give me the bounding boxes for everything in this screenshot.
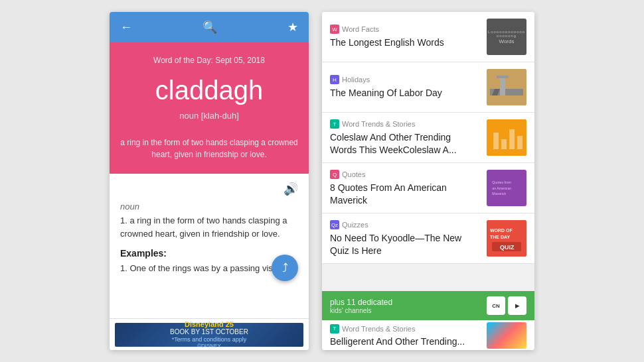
feed-ad-logo-play: ▶: [508, 296, 526, 315]
feed-title-2: The Meaning Of Labor Day: [330, 87, 480, 99]
svg-rect-2: [500, 76, 505, 95]
word-of-day-label: Word of the Day: Sept 05, 2018: [120, 56, 298, 65]
quotes-icon: Q: [330, 170, 339, 179]
feed-panel: W Word Facts The Longest English Words L…: [322, 12, 534, 350]
svg-rect-3: [497, 76, 509, 78]
feed-thumb-1: Looooooooooooooooong Words: [487, 19, 526, 55]
card-definition: a ring in the form of two hands clasping…: [120, 137, 298, 160]
phone-header: ← 🔍 ★: [110, 12, 309, 42]
feed-category-1: W Word Facts: [330, 25, 480, 34]
word-facts-icon: W: [330, 25, 339, 34]
svg-text:an American: an American: [492, 186, 511, 190]
feed-ad-line1: plus 11 dedicated: [330, 298, 392, 307]
part-of-speech: noun: [120, 202, 298, 211]
svg-rect-6: [493, 133, 499, 149]
feed-thumb-3: [487, 119, 526, 156]
feed-category-5: Qz Quizzes: [330, 220, 480, 229]
ad-line4: ©DISNEY: [170, 343, 248, 349]
feed-thumb-4: Quotes from an American Maverick: [487, 170, 526, 206]
feed-title-4: 8 Quotes From An American Maverick: [330, 182, 480, 206]
svg-rect-9: [517, 136, 523, 149]
feed-ad-text: plus 11 dedicated kids' channels: [330, 298, 392, 314]
thumb-colorful-img: [487, 322, 526, 349]
feed-ad[interactable]: plus 11 dedicated kids' channels CN ▶: [322, 291, 534, 320]
feed-item-1[interactable]: W Word Facts The Longest English Words L…: [322, 12, 534, 62]
svg-rect-7: [501, 139, 507, 149]
svg-text:WORD OF: WORD OF: [490, 228, 513, 233]
main-word: claddagh: [120, 76, 298, 105]
category-label-4: Quotes: [342, 170, 365, 178]
def-number: 1.: [120, 215, 127, 225]
svg-text:Quotes from: Quotes from: [492, 180, 511, 184]
definition-text: 1. a ring in the form of two hands clasp…: [120, 214, 298, 240]
svg-rect-8: [509, 129, 515, 149]
feed-title-6: Belligerent And Other Trending...: [330, 336, 480, 347]
thumb-quiz-img: WORD OF THE DAY QUIZ: [487, 220, 526, 257]
thumb-quotes-img: Quotes from an American Maverick: [487, 170, 526, 206]
category-label-1: Word Facts: [342, 25, 379, 33]
feed-item-3[interactable]: T Word Trends & Stories Coleslaw And Oth…: [322, 113, 534, 163]
search-icon[interactable]: 🔍: [202, 20, 217, 34]
speaker-icon[interactable]: 🔊: [120, 182, 298, 196]
category-label-2: Holidays: [342, 76, 370, 84]
feed-thumb-2: [487, 69, 526, 105]
feed-category-3: T Word Trends & Stories: [330, 119, 480, 129]
thumb-construction-img: [487, 69, 526, 105]
svg-rect-0: [487, 69, 526, 105]
back-icon[interactable]: ←: [120, 21, 132, 34]
trends-icon-2: T: [330, 324, 339, 333]
feed-item-2-text: H Holidays The Meaning Of Labor Day: [330, 75, 480, 99]
feed-item-2[interactable]: H Holidays The Meaning Of Labor Day: [322, 62, 534, 113]
def-full: a ring in the form of two hands clasping…: [120, 215, 287, 239]
trends-icon: T: [330, 119, 339, 129]
feed-title-5: No Need To Kyoodle—The New Quiz Is Here: [330, 232, 480, 256]
svg-text:Maverick: Maverick: [492, 192, 506, 196]
feed-title-1: The Longest English Words: [330, 36, 480, 48]
feed-ad-line2: kids' channels: [330, 307, 392, 314]
holidays-icon: H: [330, 75, 339, 84]
feed-ad-logos: CN ▶: [487, 296, 526, 315]
feed-category-4: Q Quotes: [330, 170, 480, 179]
thumb-words-img: Looooooooooooooooong Words: [487, 19, 526, 55]
feed-ad-logo-cn: CN: [487, 296, 505, 315]
feed-item-1-text: W Word Facts The Longest English Words: [330, 25, 480, 48]
ad-line3: *Terms and conditions apply: [170, 335, 248, 343]
svg-text:THE DAY: THE DAY: [490, 235, 510, 239]
feed-item-6-partial[interactable]: T Word Trends & Stories Belligerent And …: [322, 320, 534, 350]
quizzes-icon: Qz: [330, 220, 339, 229]
share-button[interactable]: ⤴: [272, 255, 298, 281]
feed-category-6: T Word Trends & Stories: [330, 324, 480, 333]
category-label-6: Word Trends & Stories: [342, 325, 415, 333]
thumb-orange-img: [487, 119, 526, 156]
word-body: 🔊 noun 1. a ring in the form of two hand…: [110, 174, 309, 318]
word-card: Word of the Day: Sept 05, 2018 claddagh …: [110, 42, 309, 174]
feed-item-6-text: T Word Trends & Stories Belligerent And …: [330, 324, 480, 347]
feed-title-3: Coleslaw And Other Trending Words This W…: [330, 131, 480, 155]
pronunciation: noun [klah-duh]: [120, 111, 298, 121]
feed-item-5-text: Qz Quizzes No Need To Kyoodle—The New Qu…: [330, 220, 480, 256]
category-label-3: Word Trends & Stories: [342, 120, 415, 128]
ad-banner[interactable]: Disneyland 25 BOOK BY 1ST OCTOBER *Terms…: [110, 318, 309, 350]
category-label-5: Quizzes: [342, 221, 368, 229]
feed-item-4-text: Q Quotes 8 Quotes From An American Maver…: [330, 170, 480, 206]
examples-label: Examples:: [120, 248, 298, 259]
feed-item-5[interactable]: Qz Quizzes No Need To Kyoodle—The New Qu…: [322, 213, 534, 264]
ad-line1: Disneyland 25: [170, 320, 248, 328]
feed-item-4[interactable]: Q Quotes 8 Quotes From An American Maver…: [322, 163, 534, 213]
feed-category-2: H Holidays: [330, 75, 480, 84]
ad-line2: BOOK BY 1ST OCTOBER: [170, 328, 248, 335]
feed-thumb-6: [487, 322, 526, 349]
phone-panel: ← 🔍 ★ Word of the Day: Sept 05, 2018 cla…: [110, 12, 309, 350]
svg-text:QUIZ: QUIZ: [500, 244, 515, 251]
star-icon[interactable]: ★: [287, 20, 298, 34]
feed-item-3-text: T Word Trends & Stories Coleslaw And Oth…: [330, 119, 480, 155]
ad-image: Disneyland 25 BOOK BY 1ST OCTOBER *Terms…: [115, 323, 303, 347]
feed-thumb-5: WORD OF THE DAY QUIZ: [487, 220, 526, 257]
